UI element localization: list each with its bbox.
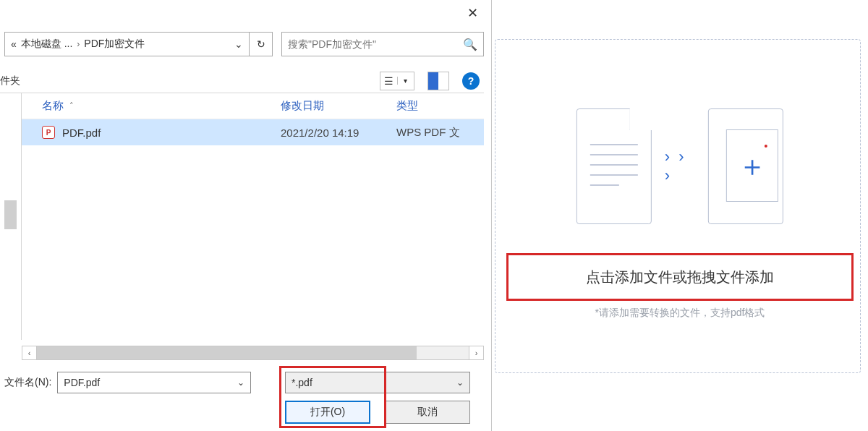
filename-combo[interactable]: PDF.pdf ⌄ bbox=[57, 372, 251, 393]
cancel-button-label: 取消 bbox=[417, 406, 438, 419]
file-open-dialog: ✕ « 本地磁盘 ... › PDF加密文件 ⌄ ↻ 🔍 件夹 ☰ ▾ ? bbox=[0, 0, 492, 431]
filename-row: 文件名(N): PDF.pdf ⌄ bbox=[4, 372, 251, 393]
chevron-down-icon: ▾ bbox=[397, 77, 414, 85]
horizontal-scrollbar[interactable]: ‹ › bbox=[22, 346, 484, 360]
preview-pane-toggle[interactable] bbox=[427, 72, 449, 90]
file-browser-body: 名称 ˄ 修改日期 类型 P PDF.pdf 2021/2/20 14:19 W… bbox=[0, 93, 484, 340]
dialog-toolbar: 件夹 ☰ ▾ ? bbox=[0, 69, 484, 93]
address-bar-row: « 本地磁盘 ... › PDF加密文件 ⌄ ↻ 🔍 bbox=[0, 32, 484, 56]
view-mode-dropdown[interactable]: ☰ ▾ bbox=[380, 72, 414, 90]
dropzone-add-files[interactable]: 点击添加文件或拖拽文件添加 bbox=[506, 253, 854, 301]
filename-label: 文件名(N): bbox=[4, 376, 51, 389]
scroll-right-arrow[interactable]: › bbox=[469, 346, 483, 359]
scroll-thumb[interactable] bbox=[37, 346, 417, 359]
close-button[interactable]: ✕ bbox=[458, 3, 487, 23]
file-name: PDF.pdf bbox=[62, 127, 101, 139]
path-dropdown-icon[interactable]: ⌄ bbox=[234, 38, 243, 50]
search-input[interactable] bbox=[288, 38, 463, 50]
source-page-icon bbox=[576, 108, 652, 224]
breadcrumb-sep: › bbox=[77, 39, 80, 49]
view-list-icon: ☰ bbox=[380, 75, 397, 87]
scroll-left-arrow[interactable]: ‹ bbox=[22, 346, 37, 359]
breadcrumb-path[interactable]: « 本地磁盘 ... › PDF加密文件 ⌄ bbox=[4, 32, 250, 56]
filetype-combo[interactable]: *.pdf ⌄ bbox=[285, 372, 470, 393]
sort-asc-icon: ˄ bbox=[69, 101, 74, 111]
dropzone-hint: *请添加需要转换的文件，支持pdf格式 bbox=[492, 307, 868, 320]
file-row-selected[interactable]: P PDF.pdf 2021/2/20 14:19 WPS PDF 文 bbox=[22, 119, 484, 145]
breadcrumb-prefix: « bbox=[11, 38, 17, 50]
arrow-right-icon: › › › bbox=[665, 148, 696, 185]
scroll-track[interactable] bbox=[37, 346, 469, 359]
open-button-label: 打开(O) bbox=[310, 406, 345, 419]
breadcrumb-folder[interactable]: PDF加密文件 bbox=[84, 38, 145, 51]
search-box[interactable]: 🔍 bbox=[281, 32, 484, 56]
col-date-header[interactable]: 修改日期 bbox=[281, 99, 396, 113]
accent-dot-icon bbox=[765, 145, 767, 148]
search-icon[interactable]: 🔍 bbox=[463, 38, 477, 51]
dropzone-main-label: 点击添加文件或拖拽文件添加 bbox=[586, 268, 774, 287]
nav-tree-scrollbar[interactable] bbox=[0, 93, 22, 340]
filetype-value: *.pdf bbox=[292, 377, 312, 388]
target-page-icon: ＋ bbox=[708, 108, 783, 224]
chevron-down-icon[interactable]: ⌄ bbox=[237, 377, 244, 388]
open-button[interactable]: 打开(O) bbox=[285, 401, 370, 424]
col-name-header[interactable]: 名称 bbox=[42, 99, 64, 113]
chevron-down-icon[interactable]: ⌄ bbox=[456, 377, 464, 388]
breadcrumb-drive[interactable]: 本地磁盘 ... bbox=[21, 38, 73, 51]
dialog-button-row: 打开(O) 取消 bbox=[285, 401, 470, 424]
pdf-file-icon: P bbox=[42, 126, 55, 139]
column-headers[interactable]: 名称 ˄ 修改日期 类型 bbox=[22, 93, 484, 119]
help-icon[interactable]: ? bbox=[462, 72, 480, 90]
cancel-button[interactable]: 取消 bbox=[385, 401, 470, 424]
dropzone-illustration: › › › ＋ bbox=[576, 108, 783, 224]
refresh-button[interactable]: ↻ bbox=[250, 32, 273, 56]
file-list: 名称 ˄ 修改日期 类型 P PDF.pdf 2021/2/20 14:19 W… bbox=[22, 93, 484, 340]
file-date: 2021/2/20 14:19 bbox=[281, 127, 396, 139]
toolbar-left-label: 件夹 bbox=[0, 74, 20, 88]
app-dropzone-panel: › › › ＋ 点击添加文件或拖拽文件添加 *请添加需要转换的文件，支持pdf格… bbox=[492, 0, 868, 431]
filename-value: PDF.pdf bbox=[64, 377, 100, 388]
file-type: WPS PDF 文 bbox=[396, 126, 484, 140]
col-type-header[interactable]: 类型 bbox=[396, 99, 484, 113]
